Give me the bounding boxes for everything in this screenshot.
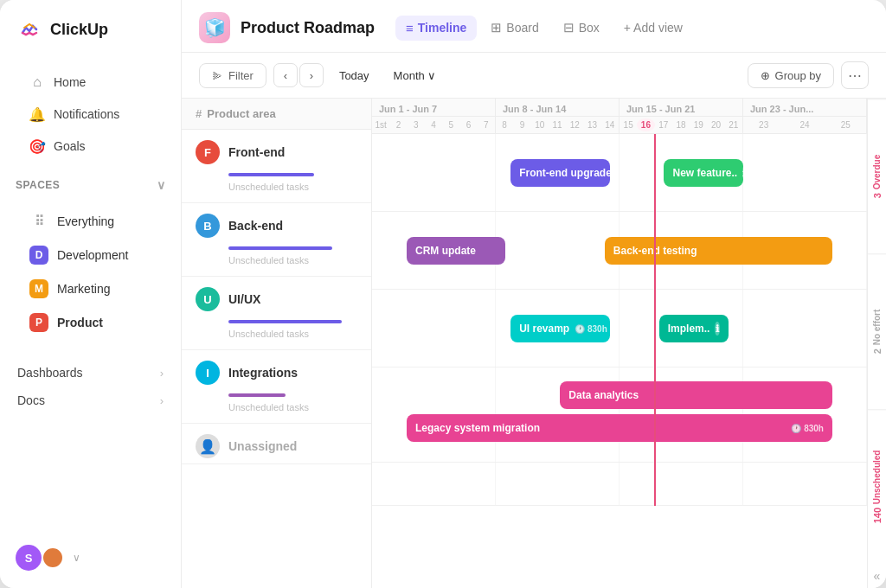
today-button[interactable]: Today [331,64,378,87]
week-col-2: Jun 8 - Jun 14 8 9 10 11 12 13 14 [496,99,620,133]
next-arrow[interactable]: › [299,63,324,87]
gantt-bar-frontend-upgrade[interactable]: Front-end upgrade 🕐 830h [510,159,609,187]
badge-overdue: 3 Overdue [868,99,886,253]
filter-button[interactable]: ⫸ Filter [199,63,266,88]
week-label-2: Jun 8 - Jun 14 [496,99,619,117]
gantt-bar-ui-revamp[interactable]: UI revamp 🕐 830h [510,315,609,342]
collapse-button[interactable]: « [868,564,886,588]
gantt-bar-new-feature[interactable]: New feature.. ℹ [664,159,743,187]
sidebar-item-development[interactable]: D Development [14,239,167,272]
toolbar: ⫸ Filter ‹ › Today Month ∨ ⊕ Group by ⋯ [182,53,886,99]
area-row-backend: B Back-end Unscheduled tasks [182,203,371,277]
gantt-bar-backend-testing[interactable]: Back-end testing [605,237,832,265]
badge-noeffort: 2 No effort [868,253,886,408]
gantt-row-integrations: Data analytics Legacy system migration 🕐… [372,368,867,463]
col-header-icon: # [196,107,202,120]
area-row-unassigned: 👤 Unassigned [182,424,371,464]
right-timeline: Jun 1 - Jun 7 1st 2 3 4 5 6 7 Jun 8 - Ju… [372,99,867,588]
gantt-bar-crm-update[interactable]: CRM update [407,237,505,265]
week-label-3: Jun 15 - Jun 21 [620,99,742,117]
main-nav: ⌂ Home 🔔 Notifications 🎯 Goals [0,59,181,166]
project-icon: 🧊 [199,12,230,43]
avatar-backend: B [196,214,220,238]
sidebar: ClickUp ⌂ Home 🔔 Notifications 🎯 Goals S… [0,0,182,588]
timeline-rows: Front-end upgrade 🕐 830h New feature.. ℹ [372,134,867,506]
nav-home[interactable]: ⌂ Home [14,67,167,98]
area-name-frontend: Front-end [228,145,285,159]
bar-uiux [228,320,342,323]
day-1st: 1st [372,118,389,131]
unscheduled-integrations: Unscheduled tasks [182,399,371,423]
gantt-row-unassigned [372,463,867,506]
main-content: 🧊 Product Roadmap ≡ Timeline ⊞ Board ⊟ B… [182,0,886,588]
timeline-nav-arrows: ‹ › [273,63,324,87]
avatar-unassigned: 👤 [196,434,220,458]
goals-icon: 🎯 [29,138,45,154]
area-name-uiux: UI/UX [228,292,260,306]
logo-text: ClickUp [50,21,108,39]
avatar-frontend: F [196,140,220,164]
group-by-button[interactable]: ⊕ Group by [748,63,834,88]
col-header: # Product area [182,99,371,130]
nav-notifications[interactable]: 🔔 Notifications [14,99,167,130]
everything-icon: ⠿ [29,212,48,231]
gantt-row-uiux: UI revamp 🕐 830h Implem.. ℹ [372,290,867,368]
right-badges: 3 Overdue 2 No effort 140 Unscheduled « [867,99,886,588]
bar-backend [228,246,332,250]
sidebar-item-docs[interactable]: Docs › [7,387,174,414]
day-labels-4: 23 24 25 [743,117,866,133]
bell-icon: 🔔 [29,106,45,122]
timeline-header: Jun 1 - Jun 7 1st 2 3 4 5 6 7 Jun 8 - Ju… [372,99,867,134]
gantt-bar-legacy-migration[interactable]: Legacy system migration 🕐 830h [407,414,832,442]
tab-timeline[interactable]: ≡ Timeline [395,16,477,41]
day-labels-2: 8 9 10 11 12 13 14 [496,117,619,133]
spaces-list: ⠿ Everything D Development M Marketing P… [0,197,181,343]
avatar-primary[interactable]: S [16,545,42,571]
col-header-text: Product area [207,107,275,120]
tab-box[interactable]: ⊟ Box [553,15,610,41]
gantt-bar-implement[interactable]: Implem.. ℹ [659,315,729,342]
sidebar-footer: S ∨ [0,536,181,579]
gantt-row-backend: CRM update Back-end testing [372,212,867,290]
badge-unscheduled: 140 Unscheduled [868,409,886,564]
avatar-integrations: I [196,361,220,385]
unscheduled-frontend: Unscheduled tasks [182,178,371,202]
docs-chevron: › [160,394,164,407]
logo: ClickUp [0,16,181,59]
month-chevron: ∨ [427,69,436,82]
marketing-dot: M [29,279,48,298]
today-day-label: 16 [637,118,654,131]
avatar-secondary[interactable] [42,546,64,569]
sidebar-item-marketing[interactable]: M Marketing [14,272,167,305]
timeline-area: # Product area F Front-end Unscheduled t… [182,99,886,588]
area-name-unassigned: Unassigned [228,439,297,453]
board-icon: ⊞ [491,20,502,35]
avatar-uiux: U [196,287,220,311]
week-col-1: Jun 1 - Jun 7 1st 2 3 4 5 6 7 [372,99,496,133]
sidebar-item-dashboards[interactable]: Dashboards › [7,359,174,387]
group-by-icon: ⊕ [761,69,770,82]
add-view-button[interactable]: + Add view [613,16,693,40]
tab-board[interactable]: ⊞ Board [480,15,549,41]
sidebar-item-everything[interactable]: ⠿ Everything [14,205,167,238]
sidebar-item-product[interactable]: P Product [14,306,167,339]
unscheduled-uiux: Unscheduled tasks [182,325,371,349]
nav-goals[interactable]: 🎯 Goals [14,131,167,162]
timeline-icon: ≡ [406,21,414,35]
bar-frontend [228,173,314,176]
gantt-bar-data-analytics[interactable]: Data analytics [560,381,832,409]
filter-icon: ⫸ [212,69,223,82]
product-dot: P [29,313,48,332]
month-selector[interactable]: Month ∨ [385,64,445,87]
toolbar-right: ⊕ Group by ⋯ [748,61,869,89]
user-menu-icon[interactable]: ∨ [73,552,80,564]
spaces-chevron[interactable]: ∨ [157,178,165,192]
development-dot: D [29,246,48,265]
area-name-integrations: Integrations [228,366,298,380]
week-col-4: Jun 23 - Jun... 23 24 25 [743,99,867,133]
topbar: 🧊 Product Roadmap ≡ Timeline ⊞ Board ⊟ B… [182,0,886,53]
view-tabs: ≡ Timeline ⊞ Board ⊟ Box + Add view [395,15,693,41]
today-line [654,134,656,506]
more-options-button[interactable]: ⋯ [841,61,869,89]
prev-arrow[interactable]: ‹ [273,63,298,87]
